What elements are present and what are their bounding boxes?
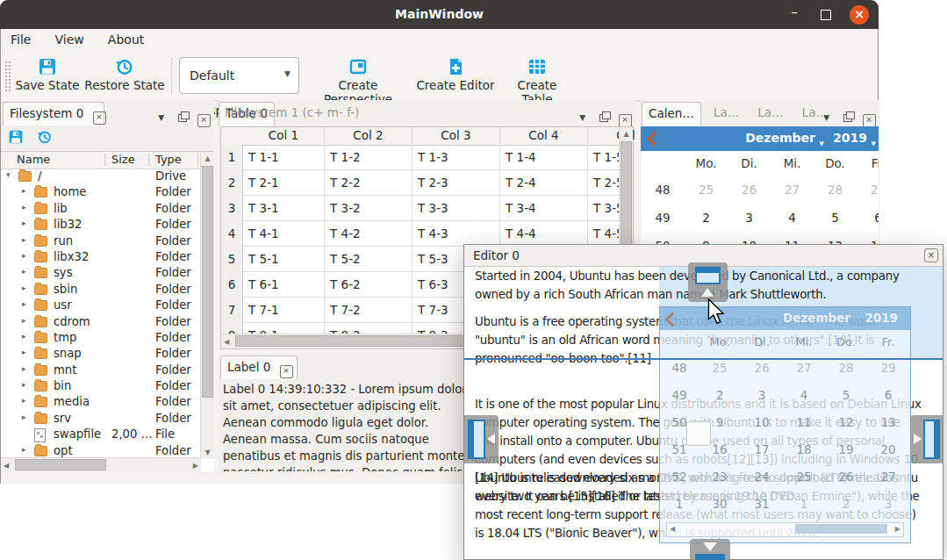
panel-close-icon[interactable]: × — [197, 107, 211, 119]
tree-row[interactable]: ▸ cdrom Folder — [1, 314, 201, 330]
calendar-day[interactable]: 5 — [814, 204, 857, 232]
expand-arrow-icon[interactable]: ▸ — [22, 219, 26, 227]
tree-row[interactable]: ▸ mnt Folder — [1, 363, 201, 378]
tab-close-icon[interactable]: × — [280, 365, 293, 378]
calendar-day[interactable]: 4 — [771, 204, 814, 232]
table-header[interactable]: Col 1 Col 2 Col 3 Col 4 Col 5 — [221, 127, 619, 146]
expand-arrow-icon[interactable]: ▾ — [6, 170, 11, 179]
tab-calendar[interactable]: La… — [707, 102, 745, 126]
tree-row[interactable]: ▸ sys Folder — [1, 265, 201, 281]
tree-row[interactable]: ▸ usr Folder — [1, 298, 201, 313]
restore-state-button[interactable]: Restore State — [83, 57, 166, 92]
menu-view[interactable]: View — [46, 29, 94, 50]
expand-arrow-icon[interactable]: ▸ — [22, 348, 26, 356]
tree-row[interactable]: swapfile 2,00 … File — [1, 427, 201, 442]
tree-row[interactable]: ▸ lib Folder — [1, 201, 201, 217]
expand-arrow-icon[interactable]: ▸ — [22, 396, 26, 405]
row-number[interactable]: 1 — [221, 145, 243, 170]
tab-calendar[interactable]: Calen… — [642, 102, 701, 126]
save-icon[interactable] — [8, 129, 24, 145]
calendar-day[interactable]: 2 — [685, 204, 728, 232]
expand-arrow-icon[interactable]: ▸ — [22, 380, 26, 389]
row-number[interactable]: 7 — [221, 298, 243, 323]
expand-arrow-icon[interactable]: ▸ — [22, 299, 26, 308]
create-table-button[interactable]: Create Table — [500, 57, 574, 106]
tree-row[interactable]: ▸ srv Folder — [1, 411, 201, 427]
tree-row[interactable]: ▸ bin Folder — [1, 378, 201, 394]
tab-label-0[interactable]: Label 0 × — [220, 355, 298, 379]
dock-indicator-left[interactable] — [464, 415, 499, 463]
float-icon[interactable] — [597, 107, 611, 119]
row-number[interactable]: 3 — [221, 196, 243, 221]
expand-arrow-icon[interactable]: ▸ — [22, 332, 26, 341]
history-icon[interactable] — [37, 129, 53, 145]
expand-arrow-icon[interactable]: ▸ — [22, 267, 26, 276]
tabs-menu-icon[interactable] — [576, 107, 590, 119]
tree-row[interactable]: ▸ home Folder — [1, 184, 201, 200]
create-editor-button[interactable]: Create Editor — [414, 57, 497, 92]
row-number[interactable]: 5 — [221, 247, 243, 272]
tabs-menu-icon[interactable] — [820, 107, 834, 119]
tree-row[interactable]: ▾ / Drive — [1, 169, 201, 184]
calendar-day[interactable]: 26 — [728, 176, 771, 204]
year-label[interactable]: 2019 — [833, 126, 867, 150]
toolbar-drag-handle[interactable] — [4, 61, 11, 92]
tree-header-size[interactable]: Size — [111, 152, 135, 168]
create-perspective-button[interactable]: Create Perspective — [305, 57, 411, 106]
expand-arrow-icon[interactable]: ▸ — [22, 251, 26, 260]
menu-file[interactable]: File — [1, 29, 40, 50]
dock-indicator-top[interactable] — [688, 262, 728, 302]
panel-close-icon[interactable]: × — [618, 107, 632, 119]
tree-row[interactable]: ▸ sbin Folder — [1, 282, 201, 298]
calendar-day[interactable]: 6 — [857, 204, 879, 232]
close-button[interactable]: × — [850, 5, 869, 25]
maximize-button[interactable] — [821, 10, 831, 20]
editor-content[interactable]: Ubuntu is a free operating system that u… — [464, 267, 943, 560]
calendar-day[interactable]: 25 — [685, 176, 728, 204]
month-label[interactable]: Dezember — [745, 126, 815, 150]
calendar-day[interactable]: 28 — [814, 176, 857, 204]
float-icon[interactable] — [841, 107, 855, 119]
calendar-day[interactable]: 3 — [728, 204, 771, 232]
dock-indicator-center[interactable] — [686, 421, 711, 446]
expand-arrow-icon[interactable]: ▸ — [22, 316, 26, 325]
row-number[interactable]: 2 — [221, 170, 243, 196]
minimize-button[interactable]: – — [786, 5, 803, 23]
window-titlebar[interactable]: MainWindow – × — [0, 0, 879, 29]
expand-arrow-icon[interactable]: ▸ — [22, 413, 26, 421]
tabs-menu-icon[interactable] — [154, 107, 169, 119]
tree-row[interactable]: ▸ snap Folder — [1, 346, 201, 362]
expand-arrow-icon[interactable]: ▸ — [22, 235, 26, 244]
table-row[interactable]: 4 T 4-1 T 4-2 T 4-3 T 4-4 T 4-5 — [221, 221, 619, 247]
float-icon[interactable] — [176, 107, 190, 119]
expand-arrow-icon[interactable]: ▸ — [22, 445, 26, 454]
calendar-day[interactable]: 29 — [857, 176, 879, 204]
tree-row[interactable]: ▸ media Folder — [1, 394, 201, 410]
tree-row[interactable]: ▸ run Folder — [1, 233, 201, 249]
row-number[interactable]: 4 — [221, 221, 243, 247]
expand-arrow-icon[interactable]: ▸ — [22, 203, 26, 212]
dock-indicator-right[interactable] — [910, 415, 943, 463]
tree-row[interactable]: ▸ libx32 Folder — [1, 249, 201, 265]
table-row[interactable]: 2 T 2-1 T 2-2 T 2-3 T 2-4 T 2-5 — [221, 170, 619, 196]
table-row[interactable]: 1 T 1-1 T 1-2 T 1-3 T 1-4 T 1-5 — [221, 145, 619, 170]
tree-row[interactable]: ▸ lib32 Folder — [1, 217, 201, 233]
dock-indicator-bottom[interactable] — [690, 539, 730, 560]
perspective-combobox[interactable]: Default Perspective ▼ — [179, 57, 299, 94]
save-state-button[interactable]: Save State — [13, 57, 82, 92]
tree-header-type[interactable]: Type — [155, 152, 182, 168]
tab-table-0[interactable]: Filesystem 1 (c+ m- f-) × — [219, 102, 365, 126]
panel-close-icon[interactable]: × — [862, 107, 876, 119]
expand-arrow-icon[interactable]: ▸ — [22, 284, 26, 292]
row-number[interactable]: 6 — [221, 272, 243, 298]
tab-close-icon[interactable]: × — [93, 111, 106, 125]
previous-month-icon[interactable] — [648, 132, 663, 147]
tree-row[interactable]: ▸ tmp Folder — [1, 330, 201, 346]
tree-header-name[interactable]: Name — [17, 152, 50, 168]
tab-calendar[interactable]: La… — [751, 102, 789, 126]
tree-horizontal-scrollbar[interactable]: ◀ ▶ — [1, 457, 201, 472]
menu-about[interactable]: About — [98, 29, 154, 50]
expand-arrow-icon[interactable]: ▸ — [22, 186, 26, 195]
tab-filesystem-0[interactable]: Filesystem 0 × — [3, 102, 104, 126]
expand-arrow-icon[interactable]: ▸ — [22, 364, 26, 373]
